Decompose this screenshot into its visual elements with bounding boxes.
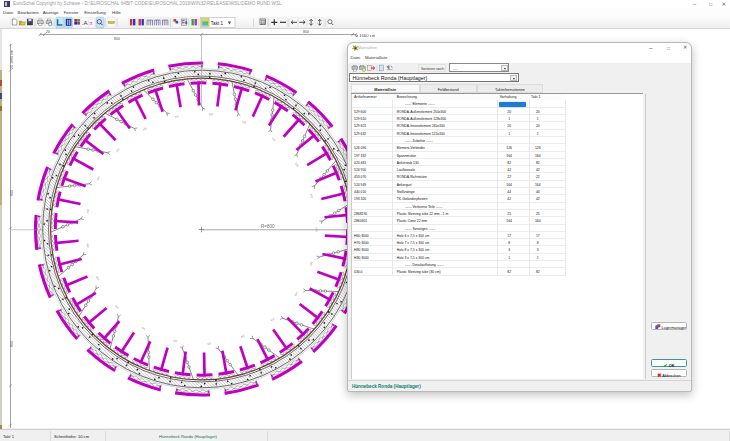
svg-text:20 1660 cm: 20 1660 cm	[10, 50, 14, 69]
svg-text:358: 358	[174, 114, 180, 119]
svg-text:358: 358	[115, 147, 121, 153]
svg-text:358: 358	[113, 304, 119, 310]
svg-text:358: 358	[241, 119, 247, 124]
svg-text:358: 358	[94, 275, 100, 281]
svg-text:358: 358	[140, 325, 146, 331]
svg-text:358: 358	[172, 339, 178, 344]
svg-text:358: 358	[240, 334, 246, 340]
svg-text:358: 358	[294, 162, 300, 168]
svg-text:358: 358	[207, 342, 212, 347]
svg-text:358: 358	[95, 175, 101, 181]
svg-text:800: 800	[114, 37, 120, 41]
svg-text:358: 358	[85, 242, 90, 248]
svg-text:358: 358	[208, 112, 213, 116]
svg-text:R=800: R=800	[261, 224, 275, 229]
svg-text:358: 358	[293, 291, 299, 297]
svg-text:800: 800	[303, 30, 309, 34]
svg-text:.A: .A	[82, 20, 88, 26]
svg-text:358: 358	[309, 261, 314, 267]
svg-text:358: 358	[309, 193, 314, 199]
svg-text:20: 20	[46, 30, 50, 34]
svg-text:358: 358	[269, 316, 275, 322]
svg-text:358: 358	[142, 126, 148, 132]
svg-text:800: 800	[10, 190, 14, 196]
svg-text:Takt 1: Takt 1	[211, 21, 224, 26]
svg-text:800: 800	[10, 341, 14, 347]
svg-text:Fa: Fa	[182, 20, 188, 25]
svg-text:358: 358	[271, 137, 277, 143]
svg-text:⌀ 1660 cm: ⌀ 1660 cm	[356, 33, 376, 38]
svg-text:358: 358	[86, 208, 90, 213]
